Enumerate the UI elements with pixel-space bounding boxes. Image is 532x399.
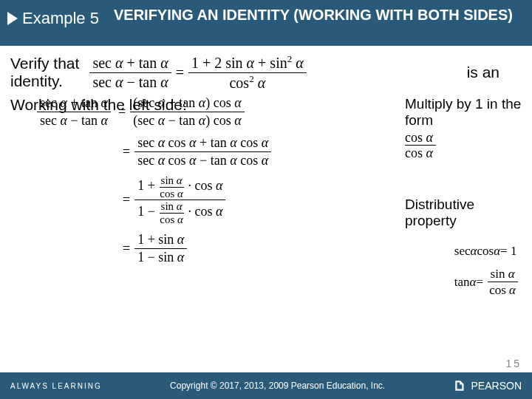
step-1: sec α + tan α sec α − tan α = (sec α + t… [37, 95, 271, 129]
note-distributive: Distributive property [405, 197, 522, 229]
step-4: = 1 + sin α 1 − sin α [37, 231, 271, 265]
identity-tan: tan α = sin αcos α [454, 266, 519, 299]
side-identities: sec α cos α = 1 tan α = sin αcos α [454, 244, 519, 306]
example-number: Example 5 [22, 9, 99, 28]
note-multiply-fraction: cos α cos α [405, 130, 436, 161]
play-icon [7, 12, 18, 25]
note-multiply: Multiply by 1 in the form cos α cos α [405, 96, 522, 161]
verify-suffix: identity. [10, 72, 63, 89]
copyright-text: Copyright © 2017, 2013, 2009 Pearson Edu… [170, 381, 385, 391]
page-number: 15 [505, 358, 522, 369]
verify-row: Verify that identity. sec α + tan α sec … [10, 53, 522, 92]
derivation-steps: sec α + tan α sec α − tan α = (sec α + t… [37, 95, 271, 271]
slide-title: VERIFYING AN IDENTITY (WORKING WITH BOTH… [114, 6, 513, 24]
pearson-logo-icon [454, 379, 467, 392]
example-label-group: Example 5 [7, 6, 99, 28]
note-multiply-text: Multiply by 1 in the form [405, 96, 521, 128]
is-an-text: is an [467, 64, 522, 81]
step-2: = sec α cos α + tan α cos α sec α cos α … [37, 134, 271, 168]
always-learning-tagline: ALWAYS LEARNING [10, 382, 102, 390]
slide-footer: ALWAYS LEARNING Copyright © 2017, 2013, … [0, 372, 532, 399]
slide-header: Example 5 VERIFYING AN IDENTITY (WORKING… [0, 0, 532, 46]
verify-prefix: Verify that [10, 55, 79, 72]
verify-text: Verify that identity. [10, 55, 79, 90]
identity-sec-cos: sec α cos α = 1 [454, 244, 519, 259]
pearson-brand-text: PEARSON [471, 380, 522, 392]
main-identity-formula: sec α + tan α sec α − tan α = 1 + 2 sin … [89, 53, 306, 92]
pearson-brand: PEARSON [454, 379, 522, 392]
side-notes: Multiply by 1 in the form cos α cos α Di… [405, 96, 522, 229]
step-3: = 1 + sin αcos α · cos α 1 − sin αcos α … [37, 174, 271, 225]
